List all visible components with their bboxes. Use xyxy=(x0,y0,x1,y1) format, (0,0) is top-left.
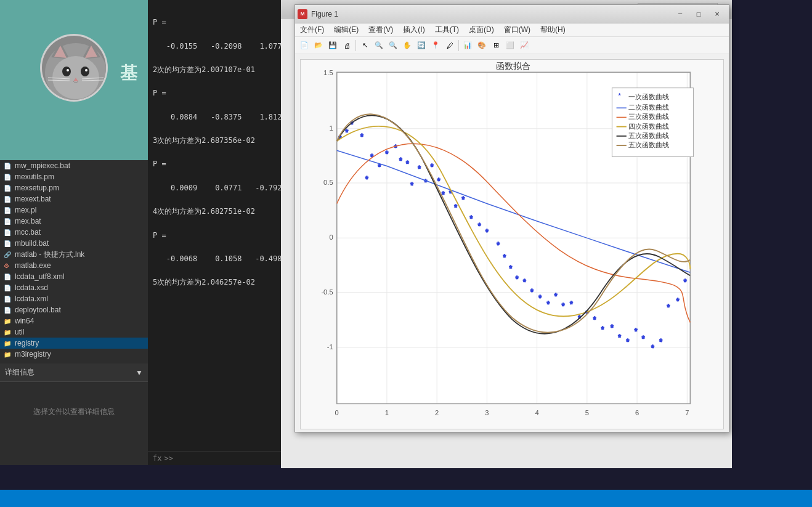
file-item-mw-mpiexec[interactable]: 📄 mw_mpiexec.bat xyxy=(0,160,148,171)
svg-text:*: * xyxy=(611,323,614,332)
svg-text:*: * xyxy=(503,253,506,262)
toolbar-sep-1 xyxy=(355,40,356,51)
file-item-mexext[interactable]: 📄 mexext.bat xyxy=(0,193,148,205)
file-item-matlab-lnk[interactable]: 🔗 matlab - 快捷方式.lnk xyxy=(0,249,148,260)
menu-window[interactable]: 窗口(W) xyxy=(499,23,535,36)
toolbar-arrow[interactable]: ↖ xyxy=(358,39,371,52)
file-item-deploytool[interactable]: 📄 deploytool.bat xyxy=(0,304,148,315)
menu-file[interactable]: 文件(F) xyxy=(295,23,329,36)
svg-text:*: * xyxy=(406,160,409,168)
file-item-mbuild[interactable]: 📄 mbuild.bat xyxy=(0,238,148,249)
svg-point-8 xyxy=(67,69,69,71)
toolbar-axes[interactable]: 📈 xyxy=(518,39,531,52)
svg-point-7 xyxy=(81,67,89,76)
avatar xyxy=(40,34,108,102)
menu-insert[interactable]: 插入(I) xyxy=(398,23,429,36)
svg-text:*: * xyxy=(470,214,473,223)
svg-text:3: 3 xyxy=(485,409,489,416)
toolbar-insert-legend[interactable]: 📊 xyxy=(461,39,474,52)
cmd-content: P = -0.0155 -0.2098 1.0779 2次的均方差为2.0071… xyxy=(148,0,296,294)
figure-titlebar: M Figure 1 − □ × xyxy=(295,5,729,23)
svg-text:*: * xyxy=(360,132,363,141)
svg-text:*: * xyxy=(676,297,680,306)
toolbar-color[interactable]: 🎨 xyxy=(475,39,489,52)
maximize-button[interactable]: □ xyxy=(689,8,708,20)
svg-text:二次函数曲线: 二次函数曲线 xyxy=(628,103,669,111)
toolbar-print[interactable]: 🖨 xyxy=(340,39,354,52)
file-item-lcdata-xsd[interactable]: 📄 lcdata.xsd xyxy=(0,282,148,293)
toolbar-save[interactable]: 💾 xyxy=(326,39,339,52)
menu-tools[interactable]: 工具(T) xyxy=(430,23,464,36)
pl-icon: 📄 xyxy=(4,207,12,214)
toolbar-rotate[interactable]: 🔄 xyxy=(415,39,428,52)
svg-text:7: 7 xyxy=(685,409,689,416)
menu-edit[interactable]: 编辑(E) xyxy=(329,23,363,36)
file-item-mex-pl[interactable]: 📄 mex.pl xyxy=(0,205,148,216)
svg-point-6 xyxy=(62,67,71,76)
folder-item-m3iregistry[interactable]: 📁 m3iregistry xyxy=(0,349,148,360)
svg-text:*: * xyxy=(562,302,565,310)
toolbar-pan[interactable]: ✋ xyxy=(400,39,414,52)
file-item-mexutils[interactable]: 📄 mexutils.pm xyxy=(0,171,148,182)
toolbar-open[interactable]: 📂 xyxy=(312,39,325,52)
svg-text:-1: -1 xyxy=(327,343,333,351)
file-item-matlab-exe[interactable]: ⚙ matlab.exe xyxy=(0,260,148,271)
svg-text:*: * xyxy=(659,338,662,346)
file-item-lcdata-xml[interactable]: 📄 lcdata.xml xyxy=(0,293,148,304)
folder-item-win64[interactable]: 📁 win64 xyxy=(0,315,148,327)
menu-view[interactable]: 查看(V) xyxy=(363,23,398,36)
cmd-input[interactable] xyxy=(176,454,291,463)
xsd-icon: 📄 xyxy=(4,285,12,291)
toolbar-new[interactable]: 📄 xyxy=(298,39,311,52)
svg-text:*: * xyxy=(386,150,389,158)
svg-text:*: * xyxy=(642,335,645,343)
svg-text:*: * xyxy=(478,222,481,230)
svg-text:1.5: 1.5 xyxy=(323,69,333,76)
toolbar-box[interactable]: ⬜ xyxy=(503,39,517,52)
svg-text:*: * xyxy=(667,303,670,312)
toolbar-data-cursor[interactable]: 📍 xyxy=(429,39,442,52)
svg-text:*: * xyxy=(635,327,638,336)
menu-desktop[interactable]: 桌面(D) xyxy=(464,23,499,36)
menu-bar: 文件(F) 编辑(E) 查看(V) 插入(I) 工具(T) 桌面(D) 窗口(W… xyxy=(295,23,729,37)
svg-text:4: 4 xyxy=(535,409,539,416)
svg-text:*: * xyxy=(431,163,434,171)
folder-item-registry[interactable]: 📁 registry xyxy=(0,338,148,349)
details-content: 选择文件以查看详细信息 xyxy=(0,382,148,442)
svg-point-9 xyxy=(85,69,87,71)
toolbar-zoom-in[interactable]: 🔍 xyxy=(372,39,386,52)
pm-icon-2: 📄 xyxy=(4,185,12,192)
details-header[interactable]: 详细信息 ▼ xyxy=(0,363,148,382)
svg-text:0.5: 0.5 xyxy=(323,179,333,186)
svg-text:*: * xyxy=(516,275,519,283)
bat-icon-5: 📄 xyxy=(4,240,12,247)
close-button[interactable]: × xyxy=(708,8,726,20)
figure-title-text: Figure 1 xyxy=(311,10,338,18)
menu-help[interactable]: 帮助(H) xyxy=(535,23,570,36)
folder-item-util[interactable]: 📁 util xyxy=(0,327,148,338)
lnk-icon: 🔗 xyxy=(4,251,12,258)
svg-text:五次函数曲线: 五次函数曲线 xyxy=(628,141,669,148)
file-item-mexsetup[interactable]: 📄 mexsetup.pm xyxy=(0,182,148,193)
svg-text:*: * xyxy=(618,92,621,100)
bat-icon: 📄 xyxy=(4,163,12,169)
svg-text:*: * xyxy=(410,181,413,190)
figure-window: M Figure 1 − □ × 文件(F) 编辑(E) 查看(V) 插入(I)… xyxy=(294,4,729,432)
toolbar-grid[interactable]: ⊞ xyxy=(489,39,503,52)
folder-icon-2: 📁 xyxy=(4,329,12,336)
svg-text:*: * xyxy=(570,300,573,309)
file-item-lcdata-utf8[interactable]: 📄 lcdata_utf8.xml xyxy=(0,271,148,282)
exe-icon: ⚙ xyxy=(4,262,12,269)
file-item-mcc[interactable]: 📄 mcc.bat xyxy=(0,227,148,238)
cmd-prompt[interactable]: fx >> xyxy=(148,451,296,465)
chart-svg: 函数拟合 1.5 1 0.5 0 -0.5 -1 xyxy=(301,60,723,429)
svg-text:*: * xyxy=(523,278,526,286)
svg-text:*: * xyxy=(554,292,558,301)
minimize-button[interactable]: − xyxy=(671,8,689,20)
status-text xyxy=(5,494,12,503)
file-item-mex-bat[interactable]: 📄 mex.bat xyxy=(0,216,148,227)
toolbar-zoom-out[interactable]: 🔍 xyxy=(386,39,400,52)
svg-text:五次函数曲线: 五次函数曲线 xyxy=(628,132,669,139)
toolbar-brush[interactable]: 🖊 xyxy=(443,39,457,52)
figure-title-left: M Figure 1 xyxy=(298,9,338,19)
